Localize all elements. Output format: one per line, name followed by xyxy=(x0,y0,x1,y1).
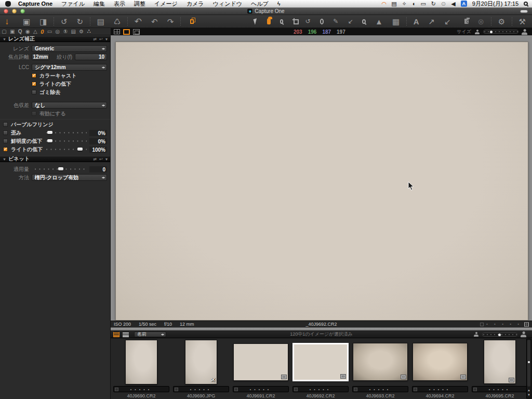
viewed-image[interactable] xyxy=(115,42,528,321)
thumbnail-cell[interactable]: ••••• 40J9695.CR2 xyxy=(471,338,529,399)
select-checkbox[interactable] xyxy=(234,388,238,391)
undo-button[interactable]: ↶ xyxy=(151,18,158,25)
menu-camera[interactable]: カメラ xyxy=(187,0,204,8)
composition-tab-icon[interactable]: ▭ xyxy=(47,29,52,34)
large-size-icon[interactable] xyxy=(524,322,529,327)
sharpness-falloff-slider[interactable] xyxy=(46,139,87,143)
rating-dots[interactable]: ••••• xyxy=(130,388,152,391)
size-step-dots[interactable]: • • • • • xyxy=(486,322,522,326)
chromatic-aberration-select[interactable]: なし xyxy=(32,102,107,109)
sharpness-falloff-value[interactable]: 0% xyxy=(89,138,107,144)
spot-cursor-tool[interactable] xyxy=(320,19,324,24)
prev-capture-button[interactable]: ↙ xyxy=(444,18,451,25)
printer-icon[interactable]: ▤ xyxy=(391,1,396,7)
quick-tab-icon[interactable]: Q xyxy=(18,29,22,34)
rating-dots[interactable]: ••••• xyxy=(489,388,511,391)
thumb-smaller-icon[interactable] xyxy=(474,332,478,337)
grid-view-icon[interactable] xyxy=(113,332,119,337)
evernote-icon[interactable]: ◖ xyxy=(412,1,416,7)
falloff-value[interactable]: 100% xyxy=(89,147,107,153)
stop-capture-button[interactable]: ⊗ xyxy=(478,18,485,25)
select-checkbox[interactable] xyxy=(354,388,357,391)
viewer-browser-splitter[interactable] xyxy=(111,327,532,331)
aperture-field[interactable]: 10 xyxy=(75,54,107,60)
stepper-icon[interactable] xyxy=(102,65,105,70)
single-view-button[interactable] xyxy=(123,29,130,35)
new-folder-button[interactable]: ▤ xyxy=(97,18,104,25)
sharpness-falloff-checkbox[interactable] xyxy=(3,139,8,143)
lens-profile-select[interactable]: Generic xyxy=(32,45,107,52)
light-falloff-checkbox[interactable] xyxy=(32,82,36,86)
small-size-icon[interactable] xyxy=(480,323,484,326)
thumb-size-knob[interactable] xyxy=(498,334,501,336)
rating-bar[interactable]: ••••• xyxy=(292,386,349,392)
thumbnail-cell[interactable]: ••••• 40J9693.CR2 xyxy=(351,338,409,399)
thumbnail-cell[interactable]: ••••• 40J9694.CR2 xyxy=(411,338,469,399)
keychain-icon[interactable]: ✧ xyxy=(402,1,407,7)
focal-length-field[interactable]: 12mm xyxy=(32,54,49,60)
menu-help[interactable]: ヘルプ xyxy=(251,0,269,8)
close-button[interactable] xyxy=(4,9,8,14)
crop-cursor-tool[interactable] xyxy=(292,18,296,24)
capture-tab-icon[interactable]: ▣ xyxy=(10,29,15,34)
preferences-button[interactable]: ⚒ xyxy=(519,18,526,25)
new-variant-button[interactable] xyxy=(190,19,194,24)
window-title-bar[interactable]: Capture One xyxy=(0,8,532,15)
viewer-zoom-knob[interactable] xyxy=(490,31,493,33)
zoom-button[interactable] xyxy=(20,9,25,14)
exposure-tab-icon[interactable]: △ xyxy=(33,29,37,34)
time-machine-icon[interactable]: ⊙ xyxy=(441,1,446,7)
exposure-warning-button[interactable]: ▲ xyxy=(375,18,383,25)
lens-correction-panel-header[interactable]: ▼ レンズ補正 ⇄ ↩ ▾ xyxy=(0,36,110,42)
select-checkbox[interactable] xyxy=(473,388,477,391)
stepper-icon[interactable] xyxy=(102,175,105,180)
panel-menu-icon[interactable]: ▾ xyxy=(105,37,108,42)
falloff-slider[interactable] xyxy=(46,147,87,152)
thumbnail-image[interactable] xyxy=(413,343,468,381)
menu-image[interactable]: イメージ xyxy=(154,0,178,8)
script-menu-icon[interactable]: ϟ xyxy=(277,1,281,7)
thumbnail-image[interactable]: ✕ xyxy=(185,340,217,384)
display-icon[interactable]: ▭ xyxy=(420,1,425,7)
app-menu[interactable]: Capture One xyxy=(18,1,52,7)
rotate-ccw-button[interactable]: ↺ xyxy=(61,18,68,25)
falloff-checkbox[interactable] xyxy=(3,147,8,152)
vignette-amount-value[interactable]: 0 xyxy=(89,166,107,172)
thumbnail-image[interactable] xyxy=(125,340,157,384)
scroll-down-icon[interactable]: ▼ xyxy=(527,393,531,397)
lcc-select[interactable]: シグマ12mm xyxy=(32,64,107,71)
import-card-button[interactable]: ▣ xyxy=(23,18,30,25)
sort-select[interactable]: 名前 xyxy=(134,331,166,337)
spotlight-icon[interactable] xyxy=(524,2,528,6)
rating-bar[interactable]: ••••• xyxy=(472,386,528,392)
distortion-slider[interactable] xyxy=(46,130,87,135)
rating-bar[interactable]: ••••• xyxy=(173,386,229,392)
menu-edit[interactable]: 編集 xyxy=(94,0,105,8)
rating-bar[interactable]: ••••• xyxy=(113,386,169,392)
scrollbar-track[interactable] xyxy=(527,340,530,387)
list-view-icon[interactable] xyxy=(123,332,129,337)
import-images-button[interactable]: ↓ xyxy=(5,18,9,25)
select-checkbox[interactable] xyxy=(294,388,298,391)
zoom-in-person-icon[interactable] xyxy=(522,29,527,34)
lens-tab-icon[interactable]: 0 xyxy=(41,29,44,34)
volume-icon[interactable]: ◀ xyxy=(451,1,455,7)
distortion-value[interactable]: 0% xyxy=(89,130,107,136)
presets-icon[interactable]: ⇄ xyxy=(94,157,97,162)
output-tab-icon[interactable]: ∴ xyxy=(87,29,91,34)
zoom-cursor-tool[interactable] xyxy=(280,19,284,24)
rotate-cw-button[interactable]: ↻ xyxy=(77,18,84,25)
info-tab-icon[interactable]: ① xyxy=(63,29,68,34)
rating-dots[interactable]: ••••• xyxy=(429,388,451,391)
image-viewer[interactable]: ISO 200 1/50 sec f/10 12 mm _40J9692.CR2… xyxy=(111,35,532,327)
viewer-zoom-slider[interactable] xyxy=(483,30,518,34)
zoom-out-person-icon[interactable] xyxy=(475,30,480,34)
select-cursor-tool[interactable] xyxy=(254,18,259,25)
auto-adjust-button[interactable]: A xyxy=(414,18,419,25)
pan-cursor-tool[interactable] xyxy=(267,18,270,24)
thumbnail-cell[interactable]: ✕ ••••• 40J9690.JPG xyxy=(172,338,230,399)
vignette-amount-knob[interactable] xyxy=(58,167,63,170)
panel-menu-icon[interactable]: ▾ xyxy=(105,157,108,162)
menu-file[interactable]: ファイル xyxy=(61,0,85,8)
apple-menu-icon[interactable] xyxy=(5,1,11,7)
